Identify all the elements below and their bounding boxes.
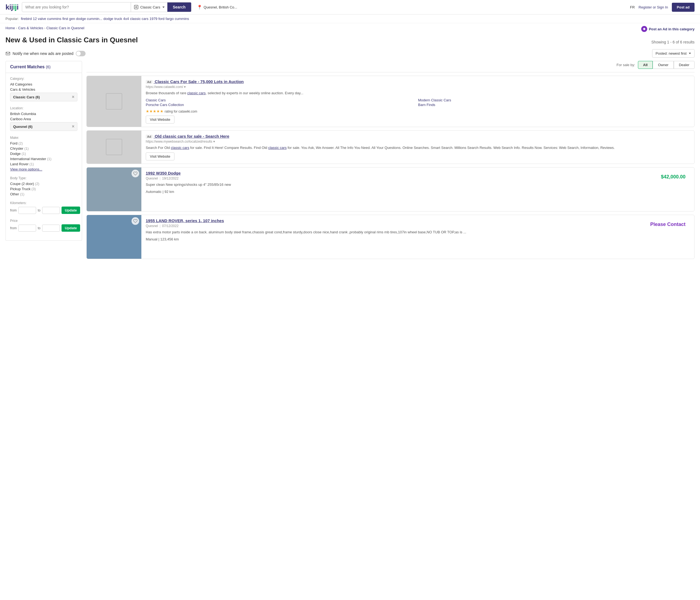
header-right: FR Register or Sign In Post ad [630, 3, 695, 12]
envelope-icon [5, 51, 10, 56]
ad-title-2[interactable]: Ad Old classic cars for sale - Search He… [146, 134, 229, 138]
filter-make-land-rover[interactable]: Land Rover (1) [10, 162, 77, 166]
km-label: Kilometers: [10, 201, 77, 205]
heart-icon-2[interactable] [131, 217, 139, 225]
km-update-button[interactable]: Update [61, 207, 80, 214]
filter-british-columbia[interactable]: British Columbia [10, 112, 77, 116]
filter-make-international-harvester[interactable]: International Harvester (1) [10, 157, 77, 161]
search-button[interactable]: Search [167, 2, 191, 12]
visit-website-button-1[interactable]: Visit Website [146, 115, 174, 124]
price-to-input[interactable] [42, 225, 60, 232]
make-label: Make: [10, 136, 77, 140]
for-sale-owner-button[interactable]: Owner [653, 61, 673, 69]
ad-meta-listing-2: Quesnel | 07/12/2022 [146, 224, 642, 228]
location-label: Location: [10, 106, 77, 110]
popular-link-1979ford[interactable]: 1979 ford [150, 17, 165, 21]
filter-tag-quesnel[interactable]: Quesnel (6) × [10, 122, 77, 131]
ad-image-sponsored-2 [87, 131, 141, 164]
location-selector[interactable]: 📍 Quesnel, British Co... [195, 5, 240, 10]
popular-link-truck[interactable]: truck [114, 17, 122, 21]
km-inputs: from to Update [10, 207, 77, 214]
language-toggle[interactable]: FR [630, 5, 635, 9]
popular-link-cummins[interactable]: cummins [175, 17, 189, 21]
ad-link-porsche[interactable]: Porsche Cars Collection [146, 103, 418, 107]
visit-website-button-2[interactable]: Visit Website [146, 153, 174, 160]
filter-all-categories[interactable]: All Categories [10, 82, 77, 86]
view-more-makes[interactable]: View more options... [10, 167, 77, 171]
price-from-input[interactable] [18, 225, 36, 232]
category-label: Category: [10, 77, 77, 81]
ad-location-2: Quesnel [146, 224, 158, 228]
post-ad-category-link[interactable]: Post an Ad in this category [641, 26, 695, 32]
ad-desc-1: Browse thousands of rare classic cars, s… [146, 90, 690, 96]
for-sale-dealer-button[interactable]: Dealer [674, 61, 695, 69]
heart-icon-1[interactable] [131, 170, 139, 177]
filter-body-pickup[interactable]: Pickup Truck (3) [10, 187, 77, 191]
filter-body-coupe[interactable]: Coupe (2 door) (2) [10, 182, 77, 186]
popular-link-fargo[interactable]: fargo [166, 17, 174, 21]
filter-tag-classic-cars[interactable]: Classic Cars (6) × [10, 93, 77, 101]
notify-toggle[interactable] [76, 51, 85, 56]
results-area: For sale by: All Owner Dealer Ad Classic… [86, 61, 695, 262]
search-input[interactable] [22, 3, 131, 11]
page-title: New & Used in Classic Cars in Quesnel [5, 36, 138, 44]
popular-link-dodge[interactable]: dodge [103, 17, 113, 21]
filter-make-dodge[interactable]: Dodge (1) [10, 152, 77, 156]
ad-title-listing-1[interactable]: 1992 W350 Dodge [146, 171, 652, 176]
location-pin-icon: 📍 [197, 5, 202, 10]
breadcrumb: Home › Cars & Vehicles › Classic Cars in… [5, 26, 84, 30]
filter-make-chrysler[interactable]: Chrysler (1) [10, 147, 77, 151]
ad-body-listing-2: 1955 LAND ROVER, series 1, 107 inches Qu… [141, 215, 646, 259]
popular-link-firebird[interactable]: firebird [21, 17, 32, 21]
results-count: Showing 1 - 6 of 6 results [651, 40, 695, 44]
ad-meta-listing-1: Quesnel | 19/12/2022 [146, 177, 652, 180]
register-signin-link[interactable]: Register or Sign In [639, 5, 668, 9]
ad-location-1: Quesnel [146, 177, 158, 180]
popular-link-4x4[interactable]: 4x4 [123, 17, 129, 21]
breadcrumb-cars[interactable]: Cars & Vehicles [18, 26, 43, 30]
km-to-input[interactable] [42, 207, 60, 214]
ad-rating-area-1: ★★★★★ rating for catawiki.com [146, 109, 690, 113]
price-to-label: to [38, 226, 41, 230]
remove-classic-cars-filter[interactable]: × [72, 95, 74, 100]
filter-make: Make: Ford (2) Chrysler (1) Dodge (1) In… [10, 136, 77, 171]
popular-link-firstgen[interactable]: first gen dodge cummin... [62, 17, 102, 21]
ad-rating-text-1: rating for catawiki.com [165, 109, 197, 113]
price-from-label: from [10, 226, 17, 230]
filter-body-other[interactable]: Other (1) [10, 192, 77, 196]
ad-link-barn[interactable]: Barn Finds [418, 103, 690, 107]
km-to-label: to [38, 208, 41, 212]
ad-specs-listing-1: Automatic | 92 km [146, 190, 652, 194]
post-ad-button[interactable]: Post ad [672, 3, 695, 12]
for-sale-label: For sale by: [617, 63, 635, 67]
filter-cariboo-area[interactable]: Cariboo Area [10, 117, 77, 121]
sidebar: Current Matches (6) Category: All Catego… [5, 61, 82, 262]
popular-link-classic[interactable]: classic cars [130, 17, 148, 21]
category-select[interactable]: Classic Cars [131, 2, 167, 12]
filter-cars-vehicles[interactable]: Cars & Vehicles [10, 87, 77, 92]
ad-url-2: https://www.mywebsearch.co/localized/res… [146, 140, 690, 144]
km-from-input[interactable] [18, 207, 36, 214]
filter-make-ford[interactable]: Ford (2) [10, 141, 77, 145]
sort-dropdown[interactable]: Posted: newest first [652, 49, 695, 58]
placeholder-image-2 [106, 139, 122, 155]
price-label: Price [10, 219, 77, 223]
for-sale-all-button[interactable]: All [638, 61, 653, 69]
logo[interactable]: kijiji [5, 3, 19, 11]
ad-price-area-2: Please Contact [646, 215, 694, 259]
km-from-label: from [10, 208, 17, 212]
ad-image-sponsored-1 [87, 76, 141, 127]
ad-stars-1: ★★★★★ [146, 109, 164, 113]
remove-quesnel-filter[interactable]: × [72, 124, 74, 129]
popular-link-12valve[interactable]: 12 valve cummins [33, 17, 61, 21]
price-update-button[interactable]: Update [61, 224, 80, 232]
controls-bar: Notify me when new ads are posted Posted… [0, 48, 700, 61]
ad-specs-listing-2: Manual | 123,456 km [146, 237, 642, 241]
ad-link-modern-classic[interactable]: Modern Classic Cars [418, 98, 690, 102]
ad-body-sponsored-1: Ad Classic Cars For Sale - 75,000 Lots i… [141, 76, 694, 127]
search-bar: Classic Cars Search [22, 2, 192, 12]
ad-title-listing-2[interactable]: 1955 LAND ROVER, series 1, 107 inches [146, 218, 642, 223]
ad-title-1[interactable]: Ad Classic Cars For Sale - 75,000 Lots i… [146, 79, 244, 84]
ad-link-classic-cars[interactable]: Classic Cars [146, 98, 418, 102]
breadcrumb-home[interactable]: Home [5, 26, 15, 30]
